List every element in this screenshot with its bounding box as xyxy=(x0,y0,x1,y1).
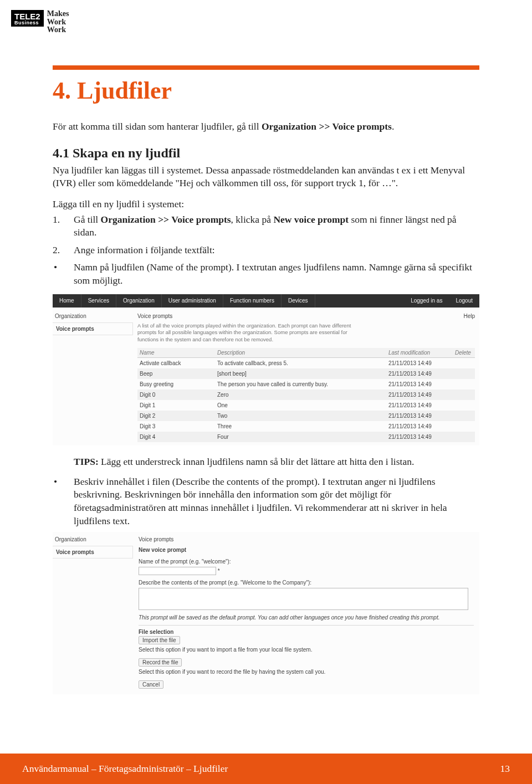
logo-subtext: Business xyxy=(14,21,40,25)
prompt-name-input[interactable] xyxy=(139,567,216,575)
list-item: • Namn på ljudfilen (Name of the prompt)… xyxy=(53,261,479,287)
sidebar-item-voice-prompts[interactable]: Voice prompts xyxy=(53,546,133,558)
cell-name: Digit 2 xyxy=(137,411,215,421)
import-file-button[interactable]: Import the file xyxy=(139,636,180,644)
table-row[interactable]: Activate callbackTo activate callback, p… xyxy=(137,358,475,369)
cancel-button[interactable]: Cancel xyxy=(139,680,163,689)
cell-date: 21/11/2013 14:49 xyxy=(386,368,453,379)
cell-desc: To activate callback, press 5. xyxy=(215,358,386,369)
import-hint: Select this option if you want to import… xyxy=(139,647,474,653)
slogan-line: Makes xyxy=(47,10,69,18)
list-text: Gå till Organization >> Voice prompts, k… xyxy=(74,213,479,239)
cell-desc: The person you have called is currently … xyxy=(215,379,386,390)
tips-text: Lägg ett understreck innan ljudfilens na… xyxy=(99,456,415,467)
list-item: 1. Gå till Organization >> Voice prompts… xyxy=(53,213,479,239)
cell-name: Beep xyxy=(137,368,215,379)
col-modified: Last modification xyxy=(386,348,453,358)
page-number: 13 xyxy=(500,763,510,775)
table-row[interactable]: Beep[short beep]21/11/2013 14:49 xyxy=(137,368,475,379)
list-text: Beskriv innehållet i filen (Describe the… xyxy=(74,475,479,528)
cell-name: Digit 4 xyxy=(137,432,215,442)
record-file-button[interactable]: Record the file xyxy=(139,658,182,667)
logged-in-label: Logged in as xyxy=(404,294,449,308)
table-row[interactable]: Digit 4Four21/11/2013 14:49 xyxy=(137,432,475,442)
list-text: Ange information i följande textfält: xyxy=(74,244,479,257)
table-row[interactable]: Busy greetingThe person you have called … xyxy=(137,379,475,390)
col-description: Description xyxy=(215,348,386,358)
cell-date: 21/11/2013 14:49 xyxy=(386,411,453,421)
panel-title: Voice prompts xyxy=(137,313,172,319)
sidebar-item-voice-prompts[interactable]: Voice prompts xyxy=(53,322,133,335)
bullet-icon: • xyxy=(53,475,74,528)
sidebar-label: Organization xyxy=(53,313,133,322)
cell-date: 21/11/2013 14:49 xyxy=(386,379,453,390)
list-number: 1. xyxy=(53,213,74,239)
panel-description: A list of all the voice prompts played w… xyxy=(137,322,359,344)
menu-devices[interactable]: Devices xyxy=(282,294,315,308)
menu-services[interactable]: Services xyxy=(81,294,116,308)
help-link[interactable]: Help xyxy=(463,313,475,319)
cell-delete xyxy=(453,411,475,421)
slogan: Makes Work Work xyxy=(47,10,69,34)
sidebar-label: Organization xyxy=(53,536,133,546)
tele2-logo-icon: TELE2 Business xyxy=(11,10,44,27)
menu-function-numbers[interactable]: Function numbers xyxy=(223,294,282,308)
form-note: This prompt will be saved as the default… xyxy=(139,614,474,621)
list-item: 2. Ange information i följande textfält: xyxy=(53,244,479,257)
menu-user-admin[interactable]: User administration xyxy=(162,294,223,308)
text: , klicka på xyxy=(231,214,274,225)
cell-delete xyxy=(453,390,475,400)
brand-logo: TELE2 Business Makes Work Work xyxy=(11,10,69,34)
sidebar: Organization Voice prompts xyxy=(53,532,133,694)
logout-link[interactable]: Logout xyxy=(449,294,479,308)
list-item: • Beskriv innehållet i filen (Describe t… xyxy=(53,475,479,528)
app-menubar: Home Services Organization User administ… xyxy=(53,294,479,308)
table-row[interactable]: Digit 1One21/11/2013 14:49 xyxy=(137,400,475,411)
cell-date: 21/11/2013 14:49 xyxy=(386,390,453,400)
cell-date: 21/11/2013 14:49 xyxy=(386,432,453,442)
intro-text: . xyxy=(392,121,394,132)
cell-delete xyxy=(453,358,475,369)
slogan-line: Work xyxy=(47,18,69,27)
menu-home[interactable]: Home xyxy=(53,294,81,308)
cell-delete xyxy=(453,379,475,390)
section-rule xyxy=(53,65,479,70)
list-number: 2. xyxy=(53,244,74,257)
intro-path: Organization >> Voice prompts xyxy=(262,121,392,132)
prompt-desc-textarea[interactable] xyxy=(139,588,468,610)
cell-name: Activate callback xyxy=(137,358,215,369)
screenshot-new-voice-prompt: Organization Voice prompts Voice prompts… xyxy=(53,532,479,694)
panel-subtitle: New voice prompt xyxy=(139,547,474,553)
slogan-line: Work xyxy=(47,26,69,34)
table-row[interactable]: Digit 2Two21/11/2013 14:49 xyxy=(137,411,475,421)
table-row[interactable]: Digit 0Zero21/11/2013 14:49 xyxy=(137,390,475,400)
cell-desc: Two xyxy=(215,411,386,421)
file-selection-heading: File selection xyxy=(139,625,474,635)
prompts-table: Name Description Last modification Delet… xyxy=(137,348,475,442)
cell-desc: One xyxy=(215,400,386,411)
record-hint: Select this option if you want to record… xyxy=(139,669,474,675)
tips-label: TIPS: xyxy=(74,456,99,467)
screenshot-voice-prompts-list: Home Services Organization User administ… xyxy=(53,294,479,445)
cell-name: Digit 0 xyxy=(137,390,215,400)
cell-delete xyxy=(453,432,475,442)
paragraph: Lägga till en ny ljudfil i systemet: xyxy=(53,198,479,211)
label-prompt-name: Name of the prompt (e.g. "welcome"): xyxy=(139,558,474,565)
cell-delete xyxy=(453,368,475,379)
footer-text: Användarmanual – Företagsadministratör –… xyxy=(22,763,228,775)
page-title: 4. Ljudfiler xyxy=(53,76,479,105)
cell-delete xyxy=(453,421,475,432)
tips-paragraph: TIPS: Lägg ett understreck innan ljudfil… xyxy=(74,455,479,469)
paragraph: Nya ljudfiler kan läggas till i systemet… xyxy=(53,164,479,190)
section-heading: 4.1 Skapa en ny ljudfil xyxy=(53,146,479,161)
col-delete: Delete xyxy=(453,348,475,358)
table-row[interactable]: Digit 3Three21/11/2013 14:49 xyxy=(137,421,475,432)
cell-desc: Zero xyxy=(215,390,386,400)
label-prompt-desc: Describe the contents of the prompt (e.g… xyxy=(139,580,474,586)
cell-name: Digit 3 xyxy=(137,421,215,432)
cell-desc: [short beep] xyxy=(215,368,386,379)
text-bold: Organization >> Voice prompts xyxy=(101,214,231,225)
menu-organization[interactable]: Organization xyxy=(116,294,162,308)
cell-name: Digit 1 xyxy=(137,400,215,411)
required-star: * xyxy=(218,568,220,574)
